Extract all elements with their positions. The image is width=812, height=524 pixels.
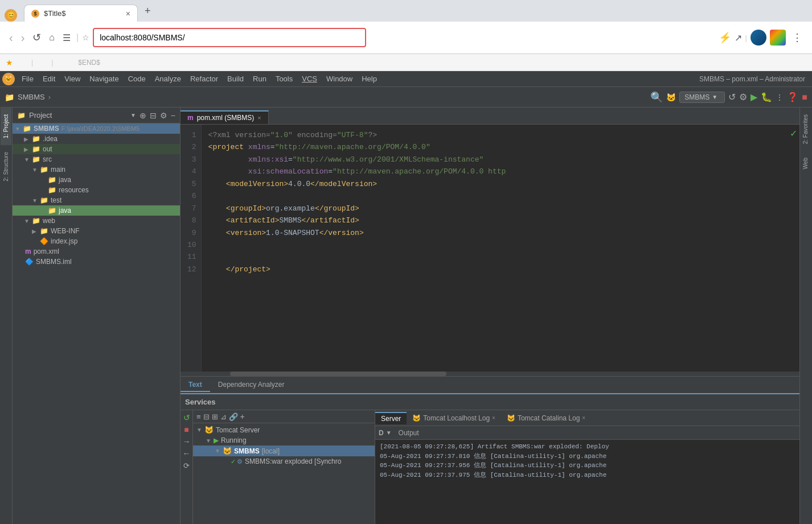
debug-button[interactable]: 🐛 — [761, 92, 772, 102]
back-button[interactable]: ‹ — [7, 29, 15, 47]
menu-file[interactable]: File — [17, 73, 38, 84]
share-icon[interactable]: ↗ — [735, 32, 742, 43]
run-button[interactable]: ▶ — [751, 92, 757, 102]
tomcat-local-icon: 🐱 — [223, 447, 232, 455]
forward-button[interactable]: › — [19, 29, 27, 47]
menu-help[interactable]: Help — [357, 73, 382, 84]
bottom-tab-dependency[interactable]: Dependency Analyzer — [210, 378, 293, 392]
sidebar-tab-project[interactable]: 1: Project — [1, 108, 11, 145]
bookmark-star-icon[interactable]: ☆ — [82, 33, 89, 42]
output-content[interactable]: [2021-08-05 09:27:28,625] Artifact SMBMS… — [375, 440, 799, 524]
lightning-icon[interactable]: ⚡ — [719, 31, 731, 44]
tree-indexjsp-label: index.jsp — [51, 237, 77, 245]
address-bar[interactable] — [93, 28, 366, 47]
tree-item-indexjsp[interactable]: 🔶 index.jsp — [13, 236, 180, 246]
srv-smbms-local-label: SMBMS — [234, 447, 260, 455]
menu-refactor[interactable]: Refactor — [186, 73, 223, 84]
line-numbers: 1 2 3 4 5 6 7 8 9 10 11 12 — [181, 125, 202, 372]
tree-folder-web-icon: 📁 — [32, 217, 40, 225]
srv-toolbar-btn6[interactable]: + — [240, 412, 245, 421]
run-config-arrow-icon: ▼ — [712, 94, 717, 100]
services-restart-btn[interactable]: ↺ — [182, 412, 192, 423]
srv-toolbar-btn1[interactable]: ≡ — [196, 412, 201, 421]
output-tab-catalina[interactable]: 🐱 Tomcat Catalina Log × — [501, 412, 591, 424]
more-button[interactable]: ⋮ — [776, 93, 784, 102]
menu-window[interactable]: Window — [322, 73, 357, 84]
right-tab-favorites[interactable]: 2: Favorites — [800, 108, 812, 151]
bottom-tab-text[interactable]: Text — [181, 378, 210, 392]
tree-item-smbms[interactable]: ▼ 📁 SMBMS F:\java\IDEA2020.2\SMBM5 — [13, 123, 180, 134]
tree-maven-icon: m — [25, 247, 31, 255]
tree-webinf-label: WEB-INF — [51, 227, 80, 235]
srv-toolbar-btn2[interactable]: ⊟ — [203, 412, 210, 421]
tab-close-icon[interactable]: × — [126, 9, 130, 18]
tree-idea-label: .idea — [43, 135, 58, 143]
tree-item-resources[interactable]: 📁 resources — [13, 185, 180, 195]
reload-button[interactable]: ↺ — [30, 29, 43, 46]
refresh-button[interactable]: ↺ — [728, 92, 736, 102]
sidebar-tab-structure[interactable]: 2: Structure — [1, 145, 11, 188]
tree-item-webinf[interactable]: ▶ 📁 WEB-INF — [13, 226, 180, 236]
services-refresh-btn[interactable]: ⟳ — [182, 460, 192, 471]
srv-tree-tomcat[interactable]: ▼ 🐱 Tomcat Server — [193, 424, 375, 435]
panel-dropdown-arrow[interactable]: ▼ — [130, 112, 136, 118]
output-tab-localhost[interactable]: 🐱 Tomcat Localhost Log × — [407, 412, 501, 424]
catalina-tab-close[interactable]: × — [582, 415, 585, 421]
browser-icon1[interactable] — [751, 30, 766, 46]
build-button[interactable]: ⚙ — [739, 92, 747, 102]
srv-tree-war[interactable]: ✓ ⚙ SMBMS:war exploded [Synchro — [193, 456, 375, 467]
reader-button[interactable]: ☰ — [60, 30, 73, 46]
srv-toolbar-btn4[interactable]: ⊿ — [220, 412, 227, 421]
menu-view[interactable]: View — [60, 73, 85, 84]
tree-item-test[interactable]: ▼ 📁 test — [13, 195, 180, 205]
tree-item-idea[interactable]: ▶ 📁 .idea — [13, 134, 180, 144]
tree-item-pomxml[interactable]: m pom.xml — [13, 246, 180, 257]
panel-settings-btn[interactable]: ⚙ — [160, 111, 167, 120]
menu-analyze[interactable]: Analyze — [150, 73, 186, 84]
services-arrow-right-btn[interactable]: → — [182, 436, 192, 447]
editor-tab-pomxml[interactable]: m pom.xml (SMBMS) × — [181, 110, 269, 124]
browser-icon3[interactable]: ⋮ — [789, 30, 805, 46]
srv-toolbar-btn3[interactable]: ⊞ — [212, 412, 218, 421]
home-button[interactable]: ⌂ — [47, 30, 57, 45]
tree-item-java-main[interactable]: 📁 java — [13, 175, 180, 185]
tree-item-web[interactable]: ▼ 📁 web — [13, 216, 180, 226]
tree-item-main[interactable]: ▼ 📁 main — [13, 164, 180, 175]
editor-scrollbar[interactable] — [181, 372, 799, 376]
menu-edit[interactable]: Edit — [38, 73, 60, 84]
code-line-8: <artifactId>SMBMS</artifactId> — [208, 214, 793, 226]
tree-item-src[interactable]: ▼ 📁 src — [13, 154, 180, 164]
srv-toolbar-btn5[interactable]: 🔗 — [229, 412, 238, 421]
browser-tab-active[interactable]: $ $Title$ × — [24, 5, 138, 22]
panel-collapse-btn[interactable]: ⊟ — [150, 111, 157, 120]
services-stop-btn[interactable]: ■ — [182, 424, 192, 435]
tree-item-out[interactable]: ▶ 📁 out — [13, 144, 180, 154]
editor-tab-maven-icon: m — [187, 114, 194, 122]
help-circle-button[interactable]: ❓ — [787, 92, 798, 102]
menu-run[interactable]: Run — [248, 73, 271, 84]
panel-close-btn[interactable]: − — [171, 111, 175, 120]
right-tab-web[interactable]: Web — [800, 151, 812, 176]
localhost-tab-close[interactable]: × — [492, 415, 495, 421]
left-sidebar-tabs: 1: Project 2: Structure — [0, 108, 13, 524]
menu-code[interactable]: Code — [124, 73, 150, 84]
output-dropdown-icon[interactable]: ▼ — [386, 430, 392, 436]
new-tab-button[interactable]: + — [140, 3, 155, 19]
tree-item-smbmsiml[interactable]: 🔷 SMBMS.iml — [13, 257, 180, 267]
menu-navigate[interactable]: Navigate — [85, 73, 123, 84]
editor-tab-close-icon[interactable]: × — [257, 114, 261, 121]
srv-tree-smbms-local[interactable]: ▼ 🐱 SMBMS [local] — [193, 445, 375, 456]
browser-icon2[interactable] — [770, 30, 786, 46]
menu-build[interactable]: Build — [223, 73, 248, 84]
toolbar-search-icon[interactable]: 🔍 — [650, 91, 663, 104]
menu-tools[interactable]: Tools — [271, 73, 297, 84]
output-tab-server[interactable]: Server — [375, 412, 407, 424]
srv-tree-running[interactable]: ▼ ▶ Running — [193, 435, 375, 445]
code-content[interactable]: <?xml version="1.0" encoding="UTF-8"?> <… — [202, 125, 799, 372]
tree-item-java-test[interactable]: 📁 java — [13, 205, 180, 216]
stop-button[interactable]: ■ — [802, 92, 807, 102]
services-arrow-left-btn[interactable]: ← — [182, 448, 192, 459]
run-config-dropdown[interactable]: SMBMS ▼ — [679, 92, 725, 103]
menu-vcs[interactable]: VCS — [297, 73, 322, 84]
panel-locate-btn[interactable]: ⊕ — [140, 111, 146, 120]
